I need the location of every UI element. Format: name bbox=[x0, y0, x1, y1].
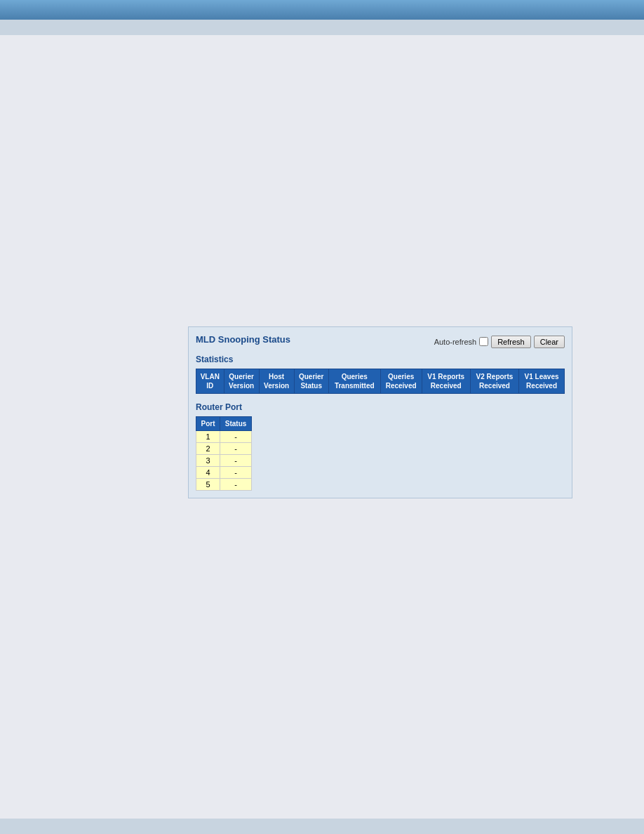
port-status: - bbox=[220, 467, 252, 479]
port-row: 5- bbox=[196, 479, 252, 491]
auto-refresh-area: Auto-refresh Refresh Clear bbox=[434, 336, 565, 348]
panel-title: MLD Snooping Status bbox=[196, 334, 290, 345]
col-host-version: HostVersion bbox=[259, 369, 294, 394]
statistics-table: VLANID QuerierVersion HostVersion Querie… bbox=[196, 369, 565, 394]
stats-header-row: VLANID QuerierVersion HostVersion Querie… bbox=[196, 369, 565, 394]
col-queries-transmitted: QueriesTransmitted bbox=[328, 369, 380, 394]
col-port: Port bbox=[196, 417, 220, 431]
sub-bar bbox=[0, 20, 644, 35]
port-header-row: Port Status bbox=[196, 417, 252, 431]
router-port-table: Port Status 1-2-3-4-5- bbox=[196, 416, 252, 491]
port-number: 1 bbox=[196, 431, 220, 443]
port-row: 3- bbox=[196, 455, 252, 467]
port-status: - bbox=[220, 443, 252, 455]
port-status: - bbox=[220, 455, 252, 467]
top-bar bbox=[0, 0, 644, 20]
col-vlan-id: VLANID bbox=[196, 369, 224, 394]
col-v2-reports: V2 ReportsReceived bbox=[470, 369, 518, 394]
port-status: - bbox=[220, 479, 252, 491]
col-v1-leaves: V1 LeavesReceived bbox=[519, 369, 565, 394]
clear-button[interactable]: Clear bbox=[534, 336, 565, 348]
port-status: - bbox=[220, 431, 252, 443]
col-querier-version: QuerierVersion bbox=[224, 369, 259, 394]
mld-snooping-panel: MLD Snooping Status Auto-refresh Refresh… bbox=[188, 326, 572, 498]
auto-refresh-label: Auto-refresh bbox=[434, 338, 477, 346]
col-status: Status bbox=[220, 417, 252, 431]
port-row: 1- bbox=[196, 431, 252, 443]
port-number: 2 bbox=[196, 443, 220, 455]
port-number: 5 bbox=[196, 479, 220, 491]
statistics-label: Statistics bbox=[196, 355, 565, 364]
auto-refresh-checkbox[interactable] bbox=[479, 337, 488, 346]
port-number: 3 bbox=[196, 455, 220, 467]
port-number: 4 bbox=[196, 467, 220, 479]
main-content: MLD Snooping Status Auto-refresh Refresh… bbox=[0, 35, 644, 819]
router-port-label: Router Port bbox=[196, 402, 565, 412]
panel-header: MLD Snooping Status Auto-refresh Refresh… bbox=[196, 334, 565, 349]
col-v1-reports: V1 ReportsReceived bbox=[422, 369, 470, 394]
col-querier-status: QuerierStatus bbox=[294, 369, 328, 394]
port-row: 4- bbox=[196, 467, 252, 479]
port-row: 2- bbox=[196, 443, 252, 455]
col-queries-received: QueriesReceived bbox=[380, 369, 422, 394]
refresh-button[interactable]: Refresh bbox=[491, 336, 531, 348]
bottom-bar bbox=[0, 819, 644, 834]
